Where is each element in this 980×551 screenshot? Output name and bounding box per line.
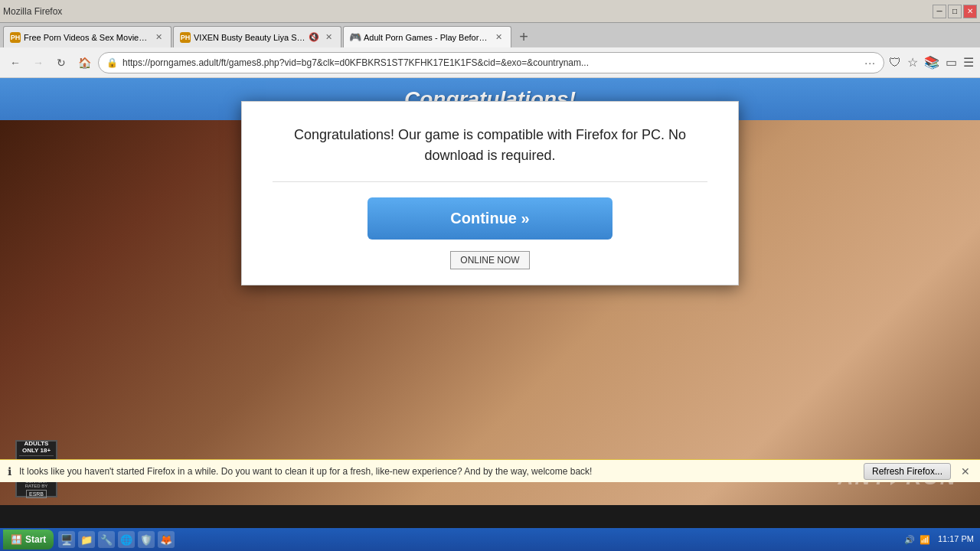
reading-mode-icon[interactable]: ▭ [946, 55, 957, 70]
notification-icon: ℹ [8, 465, 11, 478]
tab-bar: PH Free Porn Videos & Sex Movies - P... … [0, 23, 980, 47]
toolbar-icons: 🛡 ☆ 📚 ▭ ☰ [889, 55, 974, 70]
refresh-firefox-button[interactable]: Refresh Firefox... [864, 463, 951, 480]
tab-2[interactable]: PH VIXEN Busty Beauty Liya Silver... 🔇 ✕ [173, 26, 341, 47]
browser-content: Congratulations! Congratulations! Our ga… [0, 78, 980, 505]
dialog-message: Congratulations! Our game is compatible … [273, 125, 707, 166]
tray-speaker-icon[interactable]: 🔊 [904, 535, 915, 545]
tab-2-mute-icon[interactable]: 🔇 [309, 32, 319, 42]
taskbar-programs: 🖥️ 📁 🔧 🌐 🛡️ 🦊 [58, 531, 175, 548]
taskbar-right: 🔊 📶 11:17 PM [900, 534, 977, 544]
tab-3-favicon: 🎮 [350, 32, 361, 43]
url-more-icon[interactable]: ··· [864, 57, 876, 69]
continue-button[interactable]: Continue » [368, 197, 612, 240]
congratulations-dialog: Congratulations! Our game is compatible … [241, 101, 739, 285]
esrb-label: ESRB [26, 490, 47, 498]
tab-1-close[interactable]: ✕ [152, 31, 165, 44]
close-button[interactable]: ✕ [963, 5, 977, 18]
start-label: Start [25, 534, 46, 545]
address-bar: ← → ↻ 🏠 🔒 https://porngames.adult/ft/gam… [0, 47, 980, 78]
tab-1-favicon: PH [10, 32, 21, 43]
online-now-button[interactable]: ONLINE NOW [450, 251, 529, 269]
tab-1[interactable]: PH Free Porn Videos & Sex Movies - P... … [3, 26, 172, 47]
taskbar-shield-icon[interactable]: 🛡️ [138, 531, 155, 548]
minimize-button[interactable]: ─ [933, 5, 946, 18]
refresh-button[interactable]: ↻ [52, 54, 70, 72]
taskbar-ie-icon[interactable]: 🖥️ [58, 531, 75, 548]
windows-taskbar: 🪟 Start 🖥️ 📁 🔧 🌐 🛡️ 🦊 🔊 📶 11:17 PM [0, 528, 980, 551]
url-text: https://porngames.adult/ft/games8.php?vi… [122, 57, 860, 68]
dialog-divider [273, 181, 707, 182]
dialog-body: Congratulations! Our game is compatible … [242, 102, 738, 285]
new-tab-button[interactable]: + [513, 26, 534, 47]
tab-2-close[interactable]: ✕ [322, 31, 335, 44]
tab-3[interactable]: 🎮 Adult Porn Games - Play Before... ✕ [343, 26, 511, 47]
bookmarks-sidebar-icon[interactable]: 📚 [924, 55, 939, 70]
menu-icon[interactable]: ☰ [963, 55, 974, 70]
tab-1-label: Free Porn Videos & Sex Movies - P... [24, 33, 149, 42]
back-button[interactable]: ← [6, 54, 24, 72]
tab-3-close[interactable]: ✕ [492, 31, 505, 44]
taskbar-explorer-icon[interactable]: 📁 [78, 531, 95, 548]
tray-network-icon[interactable]: 📶 [920, 535, 930, 545]
taskbar-browser-icon[interactable]: 🌐 [118, 531, 135, 548]
window-title: Mozilla Firefox [3, 6, 62, 17]
esrb-adults-label: ADULTS ONLY 18+ [19, 440, 54, 456]
start-icon: 🪟 [11, 534, 22, 545]
tab-2-favicon: PH [180, 32, 191, 43]
notification-close-button[interactable]: ✕ [959, 465, 972, 478]
tab-3-label: Adult Porn Games - Play Before... [364, 33, 489, 42]
shield-icon[interactable]: 🛡 [889, 56, 901, 70]
taskbar-tool-icon[interactable]: 🔧 [98, 531, 115, 548]
system-tray-icons: 🔊 📶 [900, 535, 935, 545]
url-bar[interactable]: 🔒 https://porngames.adult/ft/games8.php?… [98, 52, 884, 73]
title-bar: Mozilla Firefox ─ □ ✕ [0, 0, 980, 23]
tab-2-label: VIXEN Busty Beauty Liya Silver... [194, 33, 305, 42]
notification-text: It looks like you haven't started Firefo… [19, 466, 856, 477]
bookmark-icon[interactable]: ☆ [907, 55, 918, 70]
secure-icon: 🔒 [106, 57, 118, 68]
notification-bar: ℹ It looks like you haven't started Fire… [0, 459, 980, 482]
forward-button[interactable]: → [29, 54, 47, 72]
home-button[interactable]: 🏠 [75, 54, 93, 72]
maximize-button[interactable]: □ [948, 5, 962, 18]
taskbar-firefox-icon[interactable]: 🦊 [158, 531, 175, 548]
start-button[interactable]: 🪟 Start [3, 530, 54, 549]
system-clock: 11:17 PM [938, 534, 977, 544]
window-controls: ─ □ ✕ [933, 5, 977, 18]
